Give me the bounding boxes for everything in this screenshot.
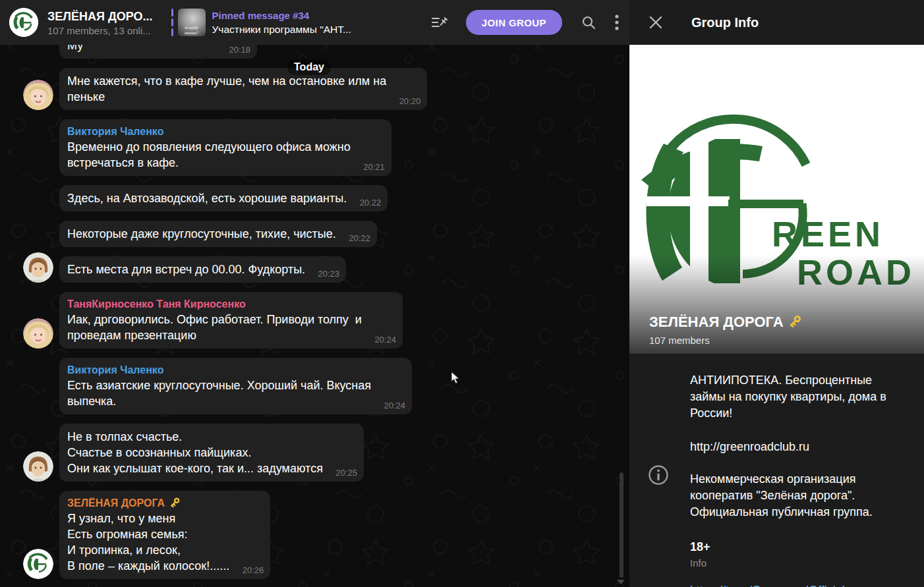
close-icon[interactable] (647, 13, 665, 32)
message-bubble[interactable]: Некоторые даже круглосуточные, тихие, чи… (59, 221, 377, 247)
scroll-down-arrow-icon[interactable] (617, 580, 625, 584)
message-text: Здесь, на Автозаводской, есть хорошие ва… (67, 190, 347, 206)
sender-name[interactable]: ЗЕЛЁНАЯ ДОРОГА (67, 496, 229, 511)
message-bubble[interactable]: Есть места для встреч до 00.00. Фудкорты… (59, 256, 346, 283)
message-text: Есть места для встреч до 00.00. Фудкорты… (67, 262, 305, 277)
pinned-thumbnail: А шубу махна? (178, 9, 206, 36)
sender-name[interactable]: Виктория Чаленко (67, 125, 351, 139)
message-text: Мне кажется, что в кафе лучше, чем на ос… (67, 73, 386, 105)
info-label: Info (690, 557, 908, 570)
group-info-panel: Group Info REEN ROAD ЗЕЛЁНАЯ ДОРОГА (629, 0, 924, 587)
group-info-title: Group Info (691, 15, 759, 30)
chat-title-block[interactable]: ЗЕЛЁНАЯ ДОРО... 107 members, 13 onli... (47, 9, 165, 37)
message-text: Есть азиатские круглосуточные. Хороший ч… (67, 377, 371, 409)
avatar-blonde[interactable] (23, 318, 53, 349)
logo-word-top: REEN (772, 214, 884, 254)
date-separator: Today (287, 59, 331, 75)
telegram-link-partial[interactable]: https://t.me/GreenroadOfficial (690, 582, 908, 587)
group-avatar[interactable] (9, 8, 38, 37)
message-time: 20:21 (363, 162, 385, 172)
message-time: 20:24 (374, 335, 396, 345)
join-group-button[interactable]: JOIN GROUP (466, 10, 562, 35)
key-emoji-icon (788, 314, 802, 329)
message-bubble[interactable]: ТаняКирносенко Таня КирносенкоИак, дргов… (59, 292, 403, 349)
group-info-body: АНТИИПОТЕКА. Беспроцентные займы на поку… (629, 354, 924, 587)
message-text: Иак, дрговорились. Офис работает. Привод… (67, 312, 362, 343)
avatar-auburn[interactable] (23, 252, 53, 283)
message-time: 20:18 (229, 45, 250, 55)
message-group: ЗЕЛЁНАЯ ДОРОГАЯ узнал, что у меня Есть о… (23, 491, 629, 579)
search-icon[interactable] (581, 14, 596, 30)
pinned-thumb-caption: А шубу махна? (178, 25, 206, 36)
message-time: 20:23 (318, 269, 340, 279)
message-group: Виктория ЧаленкоЕсть азиатские круглосут… (23, 358, 629, 482)
key-emoji-icon (169, 497, 181, 509)
avatar-logo[interactable] (23, 549, 53, 579)
message-text: Я узнал, что у меня Есть огромная семья:… (67, 511, 229, 574)
message-bubble[interactable]: Не в толпах счастье. Счастье в осознанны… (59, 424, 364, 482)
message-time: 20:26 (243, 565, 264, 575)
chat-title: ЗЕЛЁНАЯ ДОРО... (47, 9, 165, 24)
message-text: Временно до появления следующего офиса м… (67, 139, 351, 171)
more-menu-icon[interactable] (615, 14, 619, 31)
avatar-blonde[interactable] (23, 80, 53, 110)
sender-name[interactable]: Виктория Чаленко (67, 363, 371, 377)
message-time: 20:24 (384, 401, 406, 410)
message-group: Виктория ЧаленкоВременно до появления сл… (23, 119, 629, 283)
message-text: Не в толпах счастье. Счастье в осознанны… (67, 429, 323, 476)
message-list: Му20:18Мне кажется, что в кафе лучше, че… (0, 32, 629, 579)
message-bubble[interactable]: Мне кажется, что в кафе лучше, чем на ос… (59, 68, 427, 110)
pinned-label: Pinned message #34 (212, 9, 351, 22)
pinned-indicator (171, 9, 173, 36)
message-time: 20:25 (335, 468, 357, 478)
message-bubble[interactable]: ЗЕЛЁНАЯ ДОРОГАЯ узнал, что у меня Есть о… (59, 491, 270, 579)
sender-name[interactable]: ТаняКирносенко Таня Кирносенко (67, 297, 362, 312)
mouse-cursor (451, 371, 461, 385)
avatar-auburn[interactable] (23, 451, 53, 482)
pinned-list-icon[interactable] (430, 14, 448, 31)
message-bubble[interactable]: Здесь, на Автозаводской, есть хорошие ва… (59, 185, 388, 211)
group-about-text: АНТИИПОТЕКА. Беспроцентные займы на поку… (690, 372, 908, 422)
message-time: 20:22 (360, 198, 382, 208)
group-members-count: 107 members (649, 334, 802, 347)
message-bubble[interactable]: Виктория ЧаленкоЕсть азиатские круглосут… (59, 358, 412, 414)
group-name: ЗЕЛЁНАЯ ДОРОГА (649, 313, 802, 331)
chat-scrollbar[interactable] (620, 472, 623, 578)
info-icon (648, 464, 669, 486)
message-time: 20:20 (399, 96, 421, 106)
pinned-message-bar[interactable]: А шубу махна? Pinned message #34 Участни… (171, 9, 422, 36)
group-info-header: Group Info (629, 0, 924, 45)
chat-pane: Му20:18Мне кажется, что в кафе лучше, че… (0, 0, 629, 587)
message-bubble[interactable]: Виктория ЧаленкоВременно до появления сл… (59, 119, 391, 176)
message-text: Некоторые даже круглосуточные, тихие, чи… (67, 226, 336, 242)
pinned-text: Участники программы "АНТ... (212, 22, 351, 36)
chat-header: ЗЕЛЁНАЯ ДОРО... 107 members, 13 onli... … (0, 0, 629, 45)
group-photo[interactable]: REEN ROAD ЗЕЛЁНАЯ ДОРОГА 107 members (629, 45, 924, 354)
chat-subtitle: 107 members, 13 onli... (47, 24, 165, 37)
group-website-link[interactable]: http://greenroadclub.ru (690, 439, 908, 455)
group-about-text-2: Некоммерческая организация кооператив "З… (690, 471, 908, 520)
age-rating: 18+ (690, 539, 908, 555)
telegram-app: Му20:18Мне кажется, что в кафе лучше, че… (0, 0, 924, 587)
message-time: 20:22 (349, 233, 370, 243)
message-group: ТаняКирносенко Таня КирносенкоИак, дргов… (23, 292, 629, 349)
